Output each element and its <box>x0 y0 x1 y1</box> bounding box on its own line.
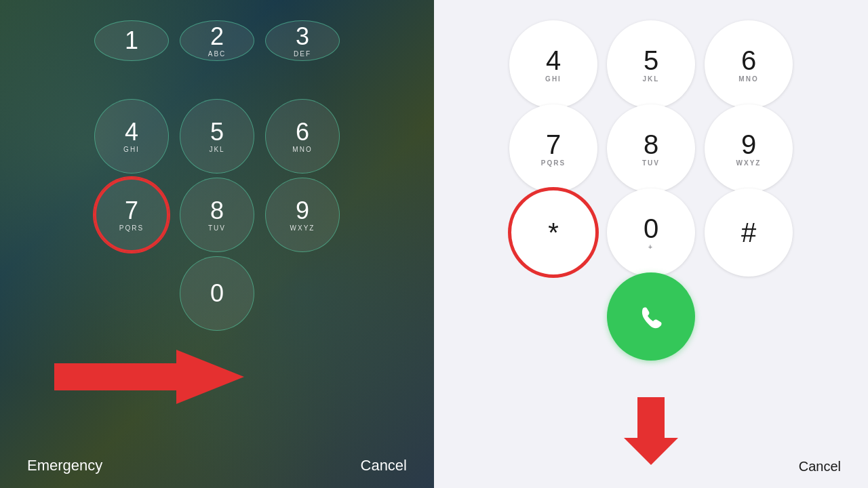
key-star-main-right: * <box>548 219 559 246</box>
key-8-left[interactable]: 8 TUV <box>180 178 254 252</box>
emergency-button[interactable]: Emergency <box>27 457 102 474</box>
key-1-main-left: 1 <box>125 28 138 53</box>
key-4-sub-right: GHI <box>545 75 561 83</box>
key-empty-right-1 <box>509 272 597 361</box>
key-9-sub-left: WXYZ <box>290 224 315 232</box>
key-5-main-right: 5 <box>644 47 658 74</box>
right-keypad: 4 GHI 5 JKL 6 MNO 7 PQRS 8 TUV 9 WXYZ * … <box>509 20 793 347</box>
key-6-main-left: 6 <box>296 120 309 144</box>
key-6-sub-right: MNO <box>738 75 758 83</box>
key-star-right[interactable]: * <box>509 188 597 277</box>
key-3-sub-left: DEF <box>294 50 311 58</box>
key-6-sub-left: MNO <box>292 146 312 153</box>
key-hash-right[interactable]: # <box>705 188 793 277</box>
key-8-main-right: 8 <box>644 131 658 158</box>
key-0-right[interactable]: 0 + <box>607 188 695 277</box>
key-hash-main-right: # <box>741 219 756 246</box>
key-7-right[interactable]: 7 PQRS <box>509 104 597 192</box>
key-empty-left-2 <box>265 256 340 331</box>
cancel-button-left[interactable]: Cancel <box>361 457 407 474</box>
key-8-right[interactable]: 8 TUV <box>607 104 695 192</box>
down-arrow <box>624 397 678 468</box>
key-5-left[interactable]: 5 JKL <box>180 99 254 174</box>
call-button[interactable] <box>607 272 695 361</box>
key-4-right[interactable]: 4 GHI <box>509 20 597 108</box>
key-2-main-left: 2 <box>210 24 224 49</box>
key-9-main-right: 9 <box>741 131 756 158</box>
key-3-left[interactable]: 3 DEF <box>265 20 340 61</box>
key-7-sub-left: PQRS <box>119 224 144 232</box>
key-9-right[interactable]: 9 WXYZ <box>705 104 793 192</box>
key-4-main-left: 4 <box>125 120 138 144</box>
key-8-sub-left: TUV <box>208 224 226 232</box>
key-5-sub-left: JKL <box>209 146 224 153</box>
key-2-sub-left: ABC <box>208 50 226 58</box>
key-5-right[interactable]: 5 JKL <box>607 20 695 108</box>
key-6-right[interactable]: 6 MNO <box>705 20 793 108</box>
key-3-main-left: 3 <box>296 24 309 49</box>
svg-marker-1 <box>624 397 678 465</box>
key-9-main-left: 9 <box>296 199 309 223</box>
bottom-bar-left: Emergency Cancel <box>0 457 434 474</box>
key-7-main-right: 7 <box>546 131 561 158</box>
key-9-left[interactable]: 9 WXYZ <box>265 178 340 252</box>
key-9-sub-right: WXYZ <box>736 159 762 167</box>
key-6-main-right: 6 <box>741 47 756 74</box>
lock-screen-panel: 1 2 ABC 3 DEF 4 GHI 5 JKL 6 MNO 7 PQRS 8 <box>0 0 434 488</box>
key-2-left[interactable]: 2 ABC <box>180 20 254 61</box>
key-0-sub-right: + <box>648 243 654 251</box>
key-7-left[interactable]: 7 PQRS <box>94 178 169 252</box>
key-empty-left-1 <box>94 256 169 331</box>
right-arrow <box>54 350 244 407</box>
key-4-sub-left: GHI <box>123 146 140 153</box>
key-0-main-left: 0 <box>210 281 224 306</box>
cancel-button-right[interactable]: Cancel <box>799 459 841 474</box>
key-empty-right-2 <box>705 272 793 361</box>
key-7-sub-right: PQRS <box>541 159 566 167</box>
svg-marker-0 <box>54 350 244 404</box>
key-6-left[interactable]: 6 MNO <box>265 99 340 174</box>
key-4-main-right: 4 <box>546 47 561 74</box>
key-5-sub-right: JKL <box>643 75 660 83</box>
key-7-main-left: 7 <box>125 199 138 223</box>
key-0-left[interactable]: 0 <box>180 256 254 331</box>
key-5-main-left: 5 <box>210 120 224 144</box>
key-1-left[interactable]: 1 <box>94 20 169 61</box>
left-keypad: 1 2 ABC 3 DEF 4 GHI 5 JKL 6 MNO 7 PQRS 8 <box>94 20 340 324</box>
phone-dialer-panel: 4 GHI 5 JKL 6 MNO 7 PQRS 8 TUV 9 WXYZ * … <box>434 0 868 488</box>
bottom-bar-right: Cancel <box>799 459 841 474</box>
key-8-sub-right: TUV <box>642 159 660 167</box>
key-4-left[interactable]: 4 GHI <box>94 99 169 174</box>
key-0-main-right: 0 <box>644 215 658 242</box>
key-8-main-left: 8 <box>210 199 224 223</box>
